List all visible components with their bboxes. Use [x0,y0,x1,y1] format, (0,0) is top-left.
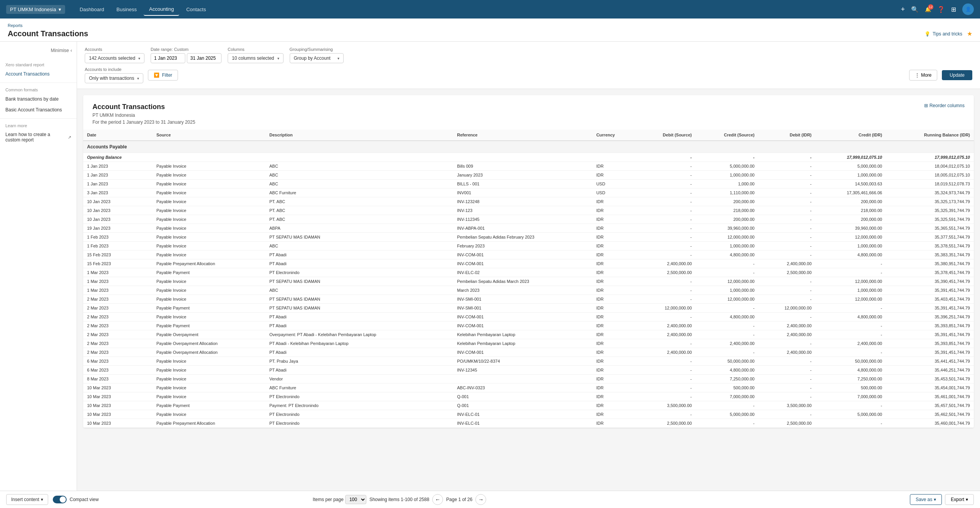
nav-contacts[interactable]: Contacts [181,3,211,15]
favorite-icon[interactable]: ★ [967,30,972,37]
table-row[interactable]: 10 Mar 2023 Payable Payment Payment: PT … [83,401,974,410]
cell-source: Payable Invoice [153,375,265,384]
cell-description: PT SEPATU MAS IDAMAN [265,304,453,313]
cell-credit-src: 4,800,000.00 [696,251,758,259]
cell-credit-idr: 50,000,000.00 [816,357,886,366]
cell-debit-src: - [636,375,696,384]
cell-debit-idr: - [758,375,816,384]
filter-button[interactable]: 🔽 Filter [148,70,178,81]
table-row[interactable]: 10 Mar 2023 Payable Invoice ABC Furnitur… [83,384,974,392]
table-row[interactable]: 1 Mar 2023 Payable Invoice ABC March 202… [83,286,974,295]
export-btn[interactable]: Export ▾ [945,494,974,505]
cell-reference: INV-123 [453,206,592,215]
cell-debit-idr: - [758,206,816,215]
cell-description: ABC Furniture [265,188,453,197]
cell-credit-idr: 14,500,003.63 [816,180,886,188]
save-as-btn[interactable]: Save as ▾ [910,494,942,505]
avatar[interactable]: 👤 [962,3,974,15]
nav-dashboard[interactable]: Dashboard [74,3,110,15]
cell-source: Payable Invoice [153,180,265,188]
cell-description: PT SEPATU MAS IDAMAN [265,233,453,242]
table-row[interactable]: 1 Feb 2023 Payable Invoice ABC February … [83,242,974,251]
cell-debit-src: - [636,233,696,242]
table-row[interactable]: 6 Mar 2023 Payable Invoice PT. Prabu Jay… [83,357,974,366]
cell-reference: INV-12345 [453,366,592,375]
compact-switch[interactable] [53,496,67,503]
table-row[interactable]: 2 Mar 2023 Payable Overpayment Allocatio… [83,348,974,357]
table-row[interactable]: 10 Jan 2023 Payable Invoice PT. ABC INV-… [83,197,974,206]
table-row[interactable]: 2 Mar 2023 Payable Invoice PT Abadi INV-… [83,313,974,321]
col-currency: Currency [592,130,636,141]
breadcrumb[interactable]: Reports [8,22,972,29]
showing-label: Showing items 1-100 of 2588 [369,497,429,502]
table-row[interactable]: 1 Mar 2023 Payable Invoice PT SEPATU MAS… [83,277,974,286]
table-row[interactable]: 1 Jan 2023 Payable Invoice ABC BILLS - 0… [83,180,974,188]
items-per-page-select[interactable]: 100 50 25 [345,495,366,504]
cell-balance: 35,325,173,744.79 [886,197,974,206]
cell-description: Vendor [265,375,453,384]
cell-description: PT Electronindo [265,410,453,419]
plus-icon[interactable]: + [901,5,905,13]
table-row[interactable]: 2 Mar 2023 Payable Invoice PT SEPATU MAS… [83,295,974,304]
cell-credit-src: - [696,330,758,339]
columns-select[interactable]: 10 columns selected ▾ [228,53,283,63]
cell-balance: 35,393,851,744.79 [886,321,974,330]
prev-page-btn[interactable]: ← [432,494,443,505]
cell-reference: INV-SMI-001 [453,295,592,304]
nav-accounting[interactable]: Accounting [144,3,179,16]
cell-debit-idr: 2,400,000.00 [758,330,816,339]
table-row[interactable]: 1 Jan 2023 Payable Invoice ABC January 2… [83,171,974,180]
date-end-input[interactable] [187,53,222,63]
cell-credit-src: - [696,401,758,410]
cell-debit-src: - [636,242,696,251]
reorder-columns-btn[interactable]: ⊞ Reorder columns [924,103,965,108]
table-row[interactable]: 1 Jan 2023 Payable Invoice ABC Bills 009… [83,162,974,171]
next-page-btn[interactable]: → [475,494,486,505]
help-icon[interactable]: ❓ [937,6,945,13]
cell-credit-src: - [696,268,758,277]
table-row[interactable]: 10 Mar 2023 Payable Invoice PT Electroni… [83,392,974,401]
cell-date: 2 Mar 2023 [83,321,153,330]
table-row[interactable]: 2 Mar 2023 Payable Overpayment Allocatio… [83,339,974,348]
cell-reference: INV-ELC-02 [453,268,592,277]
sidebar-item-bank-transactions[interactable]: Bank transactions by date [0,94,77,104]
items-per-page-group: Items per page 100 50 25 [313,495,366,504]
table-row[interactable]: 10 Mar 2023 Payable Prepayment Allocatio… [83,419,974,428]
insert-content-btn[interactable]: Insert content ▾ [6,494,48,505]
table-row[interactable]: 15 Feb 2023 Payable Invoice PT Abadi INV… [83,251,974,259]
nav-business[interactable]: Business [111,3,142,15]
table-row[interactable]: 2 Mar 2023 Payable Payment PT Abadi INV-… [83,321,974,330]
update-button[interactable]: Update [942,70,972,80]
cell-credit-idr: 1,000,000.00 [816,242,886,251]
table-row[interactable]: 1 Mar 2023 Payable Payment PT Electronin… [83,268,974,277]
notification-bell[interactable]: 🔔 12 [925,7,931,12]
sidebar-minimize[interactable]: Minimise ‹ [0,48,77,58]
learn-custom-report-link[interactable]: Learn how to create a custom report ↗ [0,130,77,145]
table-row[interactable]: 10 Jan 2023 Payable Invoice PT. ABC INV-… [83,206,974,215]
table-row[interactable]: 19 Jan 2023 Payable Invoice ABPA INV-ABP… [83,224,974,233]
org-selector[interactable]: PT UMKM Indonesia ▾ [6,5,65,14]
table-row[interactable]: 3 Jan 2023 Payable Invoice ABC Furniture… [83,188,974,197]
accounts-select[interactable]: 142 Accounts selected ▾ [85,53,144,63]
cell-balance: 35,365,551,744.79 [886,224,974,233]
search-icon[interactable]: 🔍 [911,6,919,13]
table-row[interactable]: 10 Mar 2023 Payable Invoice PT Electroni… [83,410,974,419]
cell-debit-idr: - [758,171,816,180]
cell-source: Payable Invoice [153,206,265,215]
table-row[interactable]: 8 Mar 2023 Payable Invoice Vendor IDR - … [83,375,974,384]
accounts-include-select[interactable]: Only with transactions ▾ [85,73,143,83]
grouping-select[interactable]: Group by Account ▾ [290,53,344,63]
tips-link[interactable]: 💡 Tips and tricks [925,31,962,37]
table-row[interactable]: 1 Feb 2023 Payable Invoice PT SEPATU MAS… [83,233,974,242]
cell-description: PT Electronindo [265,392,453,401]
table-row[interactable]: 6 Mar 2023 Payable Invoice PT Abadi INV-… [83,366,974,375]
table-row[interactable]: 2 Mar 2023 Payable Overpayment Overpayme… [83,330,974,339]
table-row[interactable]: 10 Jan 2023 Payable Invoice PT. ABC INV-… [83,215,974,224]
table-row[interactable]: 2 Mar 2023 Payable Payment PT SEPATU MAS… [83,304,974,313]
table-row[interactable]: 15 Feb 2023 Payable Prepayment Allocatio… [83,259,974,268]
sidebar-item-account-transactions[interactable]: Account Transactions [0,69,77,79]
more-button[interactable]: ⋮ More [909,70,937,81]
date-start-input[interactable] [151,53,185,63]
sidebar-item-basic-account[interactable]: Basic Account Transactions [0,104,77,115]
grid-icon[interactable]: ⊞ [951,6,956,13]
